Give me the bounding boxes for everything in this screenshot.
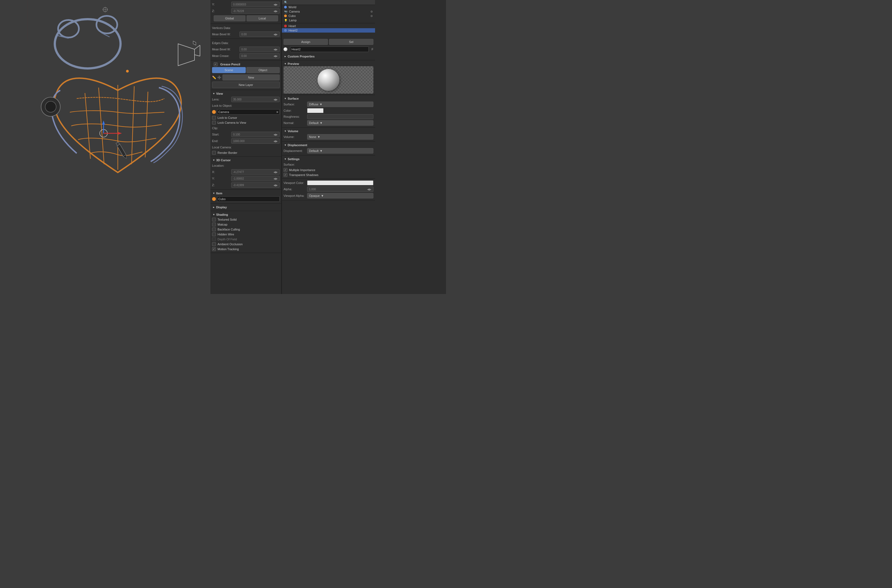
volume-arrow-icon: ▼ [284, 130, 287, 132]
lock-to-cursor-checkbox[interactable] [212, 116, 216, 120]
multiple-importance-checkbox[interactable] [284, 168, 287, 172]
normal-dropdown[interactable]: Default ▼ [307, 120, 373, 126]
motion-tracking-checkbox[interactable] [212, 247, 216, 251]
cz-field[interactable]: -0.41999 ◀▶ [231, 182, 280, 188]
close-icon[interactable]: ✕ [276, 111, 278, 114]
vp-color-label: Viewport Color: [284, 181, 305, 184]
object-button[interactable]: Object [246, 67, 280, 73]
end-label: End: [212, 140, 231, 142]
svg-marker-18 [118, 132, 122, 135]
settings-header[interactable]: ▼ Settings [284, 157, 373, 162]
volume-dropdown[interactable]: None ▼ [307, 134, 373, 140]
3d-viewport[interactable] [0, 0, 211, 294]
vp-alpha-dropdown[interactable]: Opaque ▼ [307, 193, 373, 198]
outline-world[interactable]: World [282, 5, 375, 9]
normal-row: Normal: Default ▼ [284, 120, 373, 126]
f-label: F [372, 48, 373, 51]
normal-label: Normal: [284, 121, 305, 124]
shading-header[interactable]: ▼ Shading [212, 212, 280, 217]
viewport-color-section: Viewport Color: Alpha: 1.000 ◀▶ Viewport… [282, 179, 375, 200]
cy-field[interactable]: -1.00002 ◀▶ [231, 176, 280, 181]
textured-solid-checkbox[interactable] [212, 218, 216, 222]
assign-select-row: Assign Sel [282, 38, 375, 46]
render-border-checkbox[interactable] [212, 151, 216, 154]
end-field[interactable]: 1000.000 ◀▶ [231, 138, 280, 144]
lock-camera-row: Lock Camera to View [212, 120, 280, 125]
displacement-header[interactable]: ▼ Displacement [284, 142, 373, 147]
grease-pencil-header: Grease Pencil [212, 62, 280, 67]
cubo-icon [284, 15, 287, 17]
lens-field[interactable]: 35.000 ◀▶ [231, 97, 280, 102]
heart-icon [284, 25, 287, 27]
vp-color-swatch[interactable] [307, 180, 373, 185]
assign-button[interactable]: Assign [284, 39, 328, 45]
matcap-checkbox[interactable] [212, 222, 216, 226]
y-value-field[interactable]: 0.0000003 ◀▶ [231, 2, 280, 7]
surface-header[interactable]: ▼ Surface [284, 96, 373, 101]
start-label: Start: [212, 133, 231, 136]
outline-camera[interactable]: 📷 Camera ⚙ [282, 9, 375, 14]
local-button[interactable]: Local [247, 15, 278, 21]
surface-dropdown[interactable]: Diffuse ▼ [307, 102, 373, 107]
item-name-field[interactable] [217, 196, 280, 202]
grease-pencil-checkbox[interactable] [214, 62, 218, 66]
normal-value: Default [309, 121, 319, 124]
custom-props-header[interactable]: ► Custom Properties [284, 54, 373, 59]
transparent-shadows-checkbox[interactable] [284, 173, 287, 177]
lock-camera-checkbox[interactable] [212, 121, 216, 124]
start-field[interactable]: 0.100 ◀▶ [231, 132, 280, 137]
item-header[interactable]: ▼ Item [212, 191, 280, 196]
material-name-field[interactable]: Heart2 [290, 46, 369, 52]
heart-shape [22, 14, 211, 192]
ambient-oc-checkbox[interactable] [212, 242, 216, 246]
render-border-label: Render Border [218, 151, 237, 154]
alpha-field[interactable]: 1.000 ◀▶ [307, 186, 373, 192]
vertices-header: Vertices Data: [212, 26, 231, 30]
view-header[interactable]: ▼ View [212, 91, 280, 96]
item-arrow-icon: ▼ [213, 192, 215, 195]
mean-bevel-e-field[interactable]: 0.00 ◀▶ [239, 46, 280, 52]
select-button[interactable]: Sel [329, 39, 373, 45]
svg-marker-28 [193, 41, 196, 45]
outline-heart[interactable]: Heart [282, 24, 375, 28]
global-button[interactable]: Global [214, 15, 245, 21]
motion-tracking-row: Motion Tracking [212, 247, 280, 252]
cursor-header[interactable]: ▼ 3D Cursor [212, 158, 280, 163]
hidden-wire-checkbox[interactable] [212, 232, 216, 236]
matcap-label: Matcap [218, 223, 227, 226]
scene-button[interactable]: Scene [212, 67, 246, 73]
z-value-field[interactable]: -0.76228 ◀▶ [231, 8, 280, 14]
preview-section: ▼ Preview [282, 60, 375, 95]
backface-checkbox[interactable] [212, 228, 216, 231]
preview-header[interactable]: ▼ Preview [284, 62, 373, 66]
cx-field[interactable]: -4.27477 ◀▶ [231, 169, 280, 175]
new-layer-button[interactable]: New Layer [212, 82, 280, 88]
surface-type-row: Surface: Diffuse ▼ [284, 101, 373, 108]
roughness-label: Roughness: [284, 115, 305, 118]
dropdown-arrow-icon: ▼ [319, 103, 322, 106]
preview-label: Preview [288, 62, 299, 65]
display-header[interactable]: ► Display [212, 205, 280, 210]
new-button[interactable]: New [223, 75, 280, 81]
camera-field[interactable]: Camera ✕ [217, 109, 280, 115]
mean-crease-field[interactable]: 0.00 ◀▶ [239, 53, 280, 58]
outline-cubo[interactable]: Cubo ⚙ [282, 14, 375, 18]
disp-dropdown[interactable]: Default ▼ [307, 148, 373, 154]
dof-row: Depth Of Field [212, 237, 280, 242]
y-label: Y: [212, 3, 231, 6]
volume-header[interactable]: ▼ Volume [284, 129, 373, 134]
coordinates-section: Y: 0.0000003 ◀▶ Z: -0.76228 ◀▶ Global Lo… [211, 0, 281, 24]
clip-header-row: Clip: [212, 125, 280, 131]
vertices-header-row: Vertices Data: [212, 25, 280, 31]
disp-arrow-icon: ▼ [320, 149, 323, 153]
color-swatch[interactable] [307, 108, 323, 113]
transparent-shadows-row: Transparent Shadows [284, 172, 373, 177]
lock-camera-label: Lock Camera to View [218, 121, 246, 124]
outline-heart2[interactable]: Heart2 [282, 28, 375, 33]
outline-lamp[interactable]: 💡 Lamp [282, 18, 375, 22]
mean-bevel-v-field[interactable]: 0.00 ◀▶ [239, 32, 280, 37]
displacement-arrow-icon: ▼ [284, 144, 287, 147]
custom-props-label: Custom Properties [288, 55, 314, 58]
roughness-field[interactable] [307, 114, 373, 119]
dof-checkbox[interactable] [212, 237, 216, 241]
